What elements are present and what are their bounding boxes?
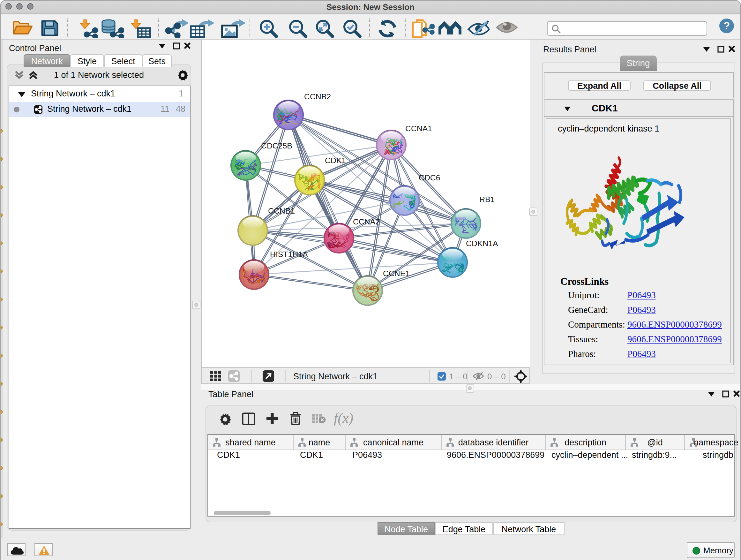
svg-text:CCNB1: CCNB1 (268, 206, 295, 215)
svg-text:CCNA1: CCNA1 (405, 124, 432, 133)
svg-text:?: ? (724, 20, 730, 32)
svg-text:CCNB2: CCNB2 (304, 92, 331, 101)
svg-text:CDC6: CDC6 (419, 173, 441, 182)
svg-text:CDK1: CDK1 (325, 156, 346, 165)
svg-text:CCNA2: CCNA2 (353, 217, 380, 226)
svg-text:RB1: RB1 (479, 195, 495, 204)
svg-text:CCNE1: CCNE1 (383, 269, 410, 278)
svg-text:CDKN1A: CDKN1A (466, 239, 498, 248)
svg-text:CDC25B: CDC25B (261, 141, 292, 150)
svg-text:HIST1H1A: HIST1H1A (270, 250, 308, 259)
